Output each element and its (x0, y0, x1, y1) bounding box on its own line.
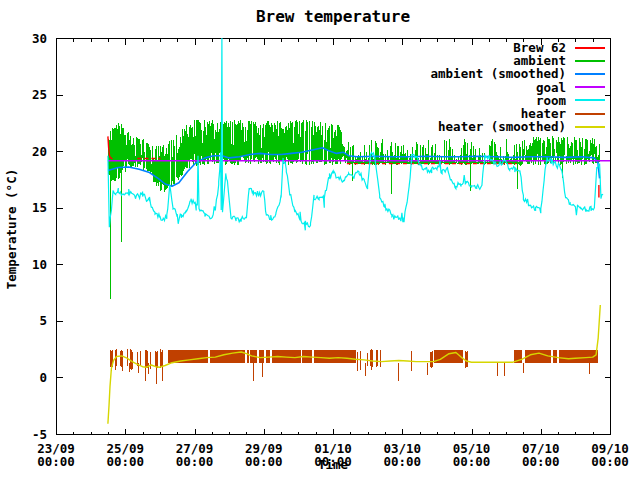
series-ambient (109, 120, 600, 300)
x-tick-label: 25/09 00:00 (93, 442, 157, 468)
x-tick-label: 03/10 00:00 (370, 442, 434, 468)
y-tick-label: 20 (5, 145, 47, 158)
x-tick-label: 07/10 00:00 (509, 442, 573, 468)
x-tick-label: 05/10 00:00 (440, 442, 504, 468)
y-tick-label: 25 (5, 88, 47, 101)
legend-item: ambient (431, 54, 605, 67)
legend-label: heater (smoothed) (438, 119, 566, 134)
legend-item: goal (431, 81, 605, 94)
series-heater (111, 349, 598, 384)
y-tick-label: 10 (5, 258, 47, 271)
x-tick-label: 23/09 00:00 (24, 442, 88, 468)
x-tick-label: 29/09 00:00 (232, 442, 296, 468)
legend-item: heater (smoothed) (431, 120, 605, 133)
legend-line-swatch (575, 113, 605, 115)
y-tick-label: -5 (5, 428, 47, 441)
legend-line-swatch (575, 73, 605, 75)
y-tick-label: 15 (5, 201, 47, 214)
legend-line-swatch (575, 99, 605, 101)
y-tick-label: 30 (5, 32, 47, 45)
legend-line-swatch (575, 47, 605, 49)
x-tick-label: 27/09 00:00 (163, 442, 227, 468)
legend-line-swatch (575, 126, 605, 128)
series-heater-smoothed (108, 305, 600, 424)
legend: Brew 62ambientambient (smoothed)goalroom… (431, 41, 605, 133)
x-tick-label: 09/10 00:00 (578, 442, 640, 468)
legend-item: heater (431, 107, 605, 120)
legend-item: room (431, 94, 605, 107)
brew-temperature-chart: Brew temperature Temperature (°C) 302520… (0, 0, 640, 480)
y-tick-label: 0 (5, 371, 47, 384)
x-axis-label: Time (318, 458, 348, 471)
legend-line-swatch (575, 86, 605, 88)
legend-item: ambient (smoothed) (431, 67, 605, 80)
y-tick-label: 5 (5, 314, 47, 327)
legend-item: Brew 62 (431, 41, 605, 54)
legend-line-swatch (575, 60, 605, 62)
